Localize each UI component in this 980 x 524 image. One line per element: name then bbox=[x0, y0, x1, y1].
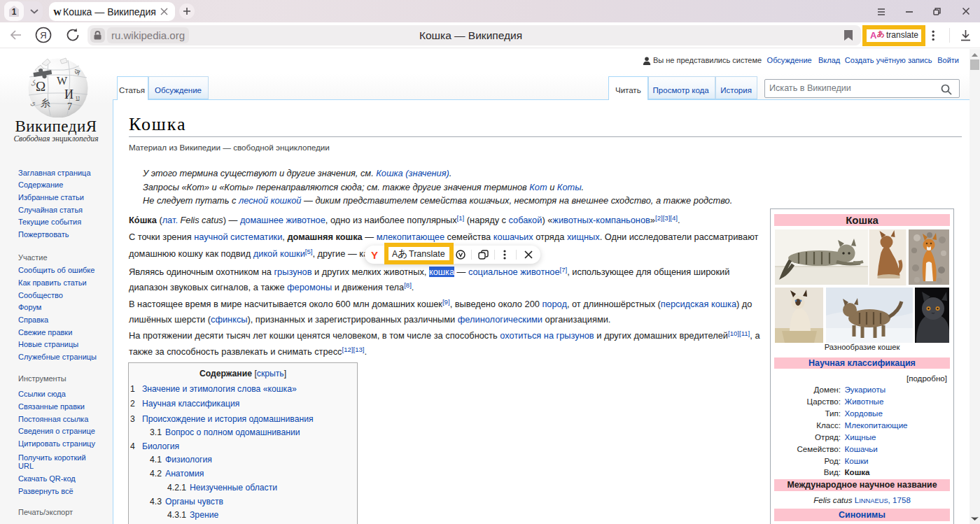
svg-text:ע: ע bbox=[76, 94, 80, 102]
svg-text:7: 7 bbox=[67, 101, 72, 112]
svg-text:ی: ی bbox=[30, 99, 36, 106]
svg-text:糸: 糸 bbox=[41, 98, 50, 108]
svg-text:Y: Y bbox=[371, 250, 378, 260]
svg-text:W: W bbox=[57, 75, 68, 87]
svg-text:И: И bbox=[64, 87, 74, 101]
svg-text:Ω: Ω bbox=[36, 79, 46, 94]
svg-text:1: 1 bbox=[12, 7, 17, 17]
